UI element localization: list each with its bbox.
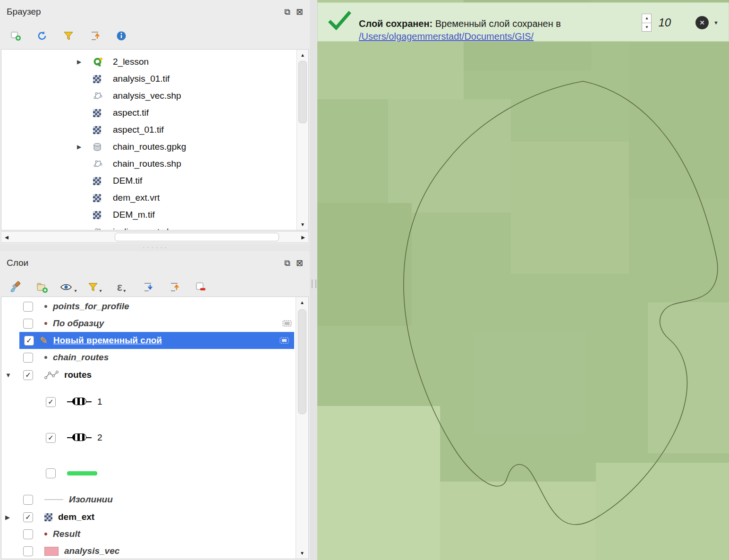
scrollbar-track[interactable] <box>12 232 298 242</box>
layer-row-analysis-vec[interactable]: analysis_vec <box>1 543 308 559</box>
layer-styling-button[interactable] <box>6 277 25 297</box>
layer-row-result[interactable]: Result <box>1 526 308 543</box>
layer-visibility-checkbox[interactable] <box>23 319 33 329</box>
add-group-button[interactable] <box>32 277 52 297</box>
layer-visibility-checkbox[interactable] <box>23 353 33 363</box>
expand-arrow-icon[interactable]: ▶ <box>77 144 93 150</box>
browser-item[interactable]: isolines_ext.shp <box>1 223 308 230</box>
layer-row-dem-ext[interactable]: ▶ ✓ dem_ext <box>1 509 308 526</box>
layer-visibility-checkbox[interactable] <box>23 302 33 312</box>
browser-horizontal-scrollbar[interactable]: ◀ ▶ <box>1 231 309 243</box>
message-close-button[interactable]: ✕ <box>695 16 709 29</box>
browser-item[interactable]: ▶ 2_lesson <box>1 53 308 70</box>
legend-item-unlabeled[interactable] <box>1 456 308 491</box>
layer-visibility-checkbox[interactable]: ✓ <box>23 370 33 380</box>
vector-icon <box>93 228 111 230</box>
railway-line-symbol <box>67 433 92 442</box>
vector-icon <box>93 160 111 168</box>
browser-item[interactable]: aspect.tif <box>1 104 308 121</box>
legend-item-1[interactable]: ✓ 1 <box>1 384 308 420</box>
scrollbar-thumb[interactable] <box>298 61 307 123</box>
expand-arrow-icon[interactable]: ▶ <box>5 514 23 521</box>
expand-arrow-icon[interactable]: ▶ <box>77 59 93 65</box>
manage-visibility-button[interactable]: ▾ <box>59 277 78 297</box>
map-canvas[interactable]: Слой сохранен: Временный слой сохранен в… <box>317 0 729 560</box>
expression-filter-button[interactable]: ε ▾ <box>111 277 131 297</box>
layer-visibility-checkbox[interactable] <box>23 546 33 556</box>
splitter-handle-icon[interactable] <box>312 280 316 288</box>
duration-spinbox[interactable]: ▲ ▼ <box>642 14 652 32</box>
legend-visibility-checkbox[interactable]: ✓ <box>46 397 56 407</box>
layer-row-chain-routes[interactable]: chain_routes <box>1 349 308 366</box>
browser-item[interactable]: dem_ext.vrt <box>1 189 308 206</box>
browser-item[interactable]: ▶ chain_routes.gpkg <box>1 138 308 155</box>
vector-icon <box>93 92 111 100</box>
scroll-left-icon[interactable]: ◀ <box>1 235 12 240</box>
browser-panel-title: Браузер <box>7 7 41 17</box>
layer-visibility-checkbox[interactable]: ✓ <box>23 512 33 522</box>
scroll-down-icon[interactable]: ▼ <box>297 222 308 227</box>
point-symbol <box>44 356 47 359</box>
layer-visibility-checkbox[interactable] <box>23 529 33 539</box>
browser-item[interactable]: DEM_m.tif <box>1 206 308 223</box>
browser-item[interactable]: DEM.tif <box>1 172 308 189</box>
remove-layer-button[interactable] <box>191 277 211 297</box>
spin-down-icon[interactable]: ▼ <box>642 23 651 32</box>
properties-button[interactable] <box>111 26 131 46</box>
browser-vertical-scrollbar[interactable]: ▲ ▼ <box>297 50 308 230</box>
scrollbar-thumb[interactable] <box>298 309 306 414</box>
filter-browser-button[interactable] <box>59 26 78 46</box>
legend-visibility-checkbox[interactable] <box>46 468 56 478</box>
chevron-down-icon[interactable]: ▼ <box>713 20 719 25</box>
layers-vertical-scrollbar[interactable]: ▲ ▼ <box>296 297 308 559</box>
layer-visibility-checkbox[interactable] <box>23 495 33 505</box>
memory-layer-icon[interactable] <box>281 319 293 328</box>
legend-visibility-checkbox[interactable]: ✓ <box>46 433 56 443</box>
browser-item[interactable]: analysis_01.tif <box>1 70 308 87</box>
collapse-all-button[interactable] <box>85 26 105 46</box>
scroll-down-icon[interactable]: ▼ <box>296 551 308 556</box>
remove-layer-icon <box>195 281 206 293</box>
memory-layer-icon[interactable] <box>278 336 290 345</box>
browser-item[interactable]: chain_routes.shp <box>1 155 308 172</box>
layers-close-icon[interactable]: ⊠ <box>296 259 303 267</box>
panel-splitter[interactable] <box>0 244 310 251</box>
filter-legend-button[interactable]: ▾ <box>85 277 105 297</box>
layer-row-routes[interactable]: ▼ ✓ routes <box>1 366 308 384</box>
message-bar: Слой сохранен: Временный слой сохранен в… <box>317 2 729 42</box>
scroll-up-icon[interactable]: ▲ <box>297 52 308 58</box>
scroll-up-icon[interactable]: ▲ <box>296 300 308 305</box>
browser-item-label: dem_ext.vrt <box>113 193 160 203</box>
legend-item-2[interactable]: ✓ 2 <box>1 420 308 456</box>
browser-item[interactable]: analysis_vec.shp <box>1 87 308 104</box>
add-layer-button[interactable] <box>6 26 25 46</box>
chevron-down-icon: ▾ <box>123 288 126 293</box>
collapse-arrow-icon[interactable]: ▼ <box>5 372 23 379</box>
collapse-all-button[interactable] <box>164 277 184 297</box>
layer-row-novyj-vremennyj-sloj[interactable]: ✓ ✎ Новый временный слой <box>19 332 294 349</box>
browser-item-label: aspect_01.tif <box>113 125 164 135</box>
saved-path-link[interactable]: /Users/olgagemmerstadt/Documents/GIS/ <box>359 31 534 42</box>
raster-icon <box>93 194 111 202</box>
browser-float-icon[interactable]: ⧉ <box>284 8 290 16</box>
dock-splitter[interactable] <box>310 0 317 560</box>
browser-item-label: analysis_01.tif <box>113 74 170 84</box>
scrollbar-thumb[interactable] <box>115 233 279 241</box>
layer-row-po-obrazcu[interactable]: По образцу <box>1 315 308 332</box>
refresh-button[interactable] <box>32 26 52 46</box>
scroll-right-icon[interactable]: ▶ <box>298 235 308 240</box>
layers-float-icon[interactable]: ⧉ <box>284 259 290 267</box>
browser-item[interactable]: aspect_01.tif <box>1 121 308 138</box>
layer-visibility-checkbox[interactable]: ✓ <box>24 336 34 346</box>
legend-label: 1 <box>97 397 102 407</box>
spin-up-icon[interactable]: ▲ <box>642 14 651 23</box>
browser-item-label: analysis_vec.shp <box>113 91 181 101</box>
browser-close-icon[interactable]: ⊠ <box>296 8 303 16</box>
railway-line-symbol <box>67 397 92 407</box>
point-symbol <box>44 322 47 325</box>
chevron-down-icon: ▾ <box>74 288 76 293</box>
browser-item-label: 2_lesson <box>113 57 149 67</box>
layer-row-points-for-profile[interactable]: points_for_profile <box>1 298 308 315</box>
expand-all-button[interactable] <box>138 277 158 297</box>
layer-row-izolinii[interactable]: Изолинии <box>1 491 308 509</box>
